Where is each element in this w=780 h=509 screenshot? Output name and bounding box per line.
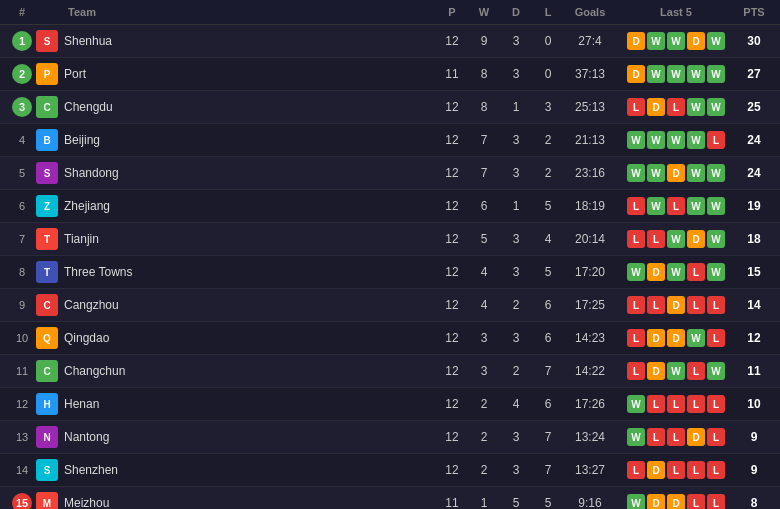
team-cell: N Nantong bbox=[36, 426, 436, 448]
header-p: P bbox=[436, 6, 468, 18]
stat-w: 2 bbox=[468, 463, 500, 477]
result-badge: W bbox=[627, 131, 645, 149]
rank-cell: 4 bbox=[8, 134, 36, 146]
stat-goals: 27:4 bbox=[564, 34, 616, 48]
result-badge: L bbox=[687, 263, 705, 281]
stat-goals: 37:13 bbox=[564, 67, 616, 81]
team-name: Three Towns bbox=[64, 265, 436, 279]
last5-cell: LLWDW bbox=[616, 230, 736, 248]
result-badge: D bbox=[647, 461, 665, 479]
stat-d: 3 bbox=[500, 133, 532, 147]
result-badge: W bbox=[707, 164, 725, 182]
rank-cell: 7 bbox=[8, 233, 36, 245]
stat-pts: 24 bbox=[736, 133, 772, 147]
table-row: 9 C Cangzhou 12 4 2 6 17:25 LLDLL 14 bbox=[0, 289, 780, 322]
result-badge: L bbox=[627, 461, 645, 479]
result-badge: L bbox=[627, 197, 645, 215]
last5-cell: LDDWL bbox=[616, 329, 736, 347]
last5-cell: LDLWW bbox=[616, 98, 736, 116]
stat-goals: 21:13 bbox=[564, 133, 616, 147]
result-badge: L bbox=[707, 329, 725, 347]
table-row: 8 T Three Towns 12 4 3 5 17:20 WDWLW 15 bbox=[0, 256, 780, 289]
rank-cell: 9 bbox=[8, 299, 36, 311]
last5-cell: LDWLW bbox=[616, 362, 736, 380]
team-cell: M Meizhou bbox=[36, 492, 436, 509]
result-badge: L bbox=[627, 296, 645, 314]
rank-badge: 8 bbox=[12, 266, 32, 278]
last5-cell: LDLLL bbox=[616, 461, 736, 479]
stat-w: 9 bbox=[468, 34, 500, 48]
team-name: Qingdao bbox=[64, 331, 436, 345]
result-badge: W bbox=[667, 65, 685, 83]
result-badge: W bbox=[707, 98, 725, 116]
stat-goals: 14:22 bbox=[564, 364, 616, 378]
rank-badge: 10 bbox=[12, 332, 32, 344]
stat-d: 3 bbox=[500, 166, 532, 180]
rank-badge: 5 bbox=[12, 167, 32, 179]
team-cell: C Cangzhou bbox=[36, 294, 436, 316]
league-table: # Team P W D L Goals Last 5 PTS 1 S Shen… bbox=[0, 0, 780, 509]
result-badge: D bbox=[687, 230, 705, 248]
rank-badge: 7 bbox=[12, 233, 32, 245]
result-badge: W bbox=[627, 428, 645, 446]
last5-cell: WDDLL bbox=[616, 494, 736, 509]
team-name: Shandong bbox=[64, 166, 436, 180]
stat-p: 12 bbox=[436, 397, 468, 411]
stat-l: 7 bbox=[532, 364, 564, 378]
last5-cell: DWWDW bbox=[616, 32, 736, 50]
stat-w: 2 bbox=[468, 430, 500, 444]
team-name: Cangzhou bbox=[64, 298, 436, 312]
result-badge: L bbox=[707, 461, 725, 479]
team-name: Beijing bbox=[64, 133, 436, 147]
stat-w: 7 bbox=[468, 166, 500, 180]
team-icon: T bbox=[36, 261, 58, 283]
rank-badge: 13 bbox=[12, 431, 32, 443]
result-badge: W bbox=[707, 230, 725, 248]
header-pts: PTS bbox=[736, 6, 772, 18]
team-cell: Q Qingdao bbox=[36, 327, 436, 349]
result-badge: W bbox=[627, 395, 645, 413]
rank-cell: 10 bbox=[8, 332, 36, 344]
rank-cell: 13 bbox=[8, 431, 36, 443]
result-badge: L bbox=[707, 131, 725, 149]
stat-pts: 12 bbox=[736, 331, 772, 345]
stat-goals: 17:20 bbox=[564, 265, 616, 279]
header-l: L bbox=[532, 6, 564, 18]
result-badge: L bbox=[627, 98, 645, 116]
stat-d: 3 bbox=[500, 232, 532, 246]
stat-p: 12 bbox=[436, 199, 468, 213]
team-cell: S Shenhua bbox=[36, 30, 436, 52]
stat-pts: 19 bbox=[736, 199, 772, 213]
team-icon: C bbox=[36, 294, 58, 316]
stat-w: 5 bbox=[468, 232, 500, 246]
result-badge: L bbox=[687, 494, 705, 509]
stat-l: 6 bbox=[532, 298, 564, 312]
stat-w: 1 bbox=[468, 496, 500, 509]
result-badge: W bbox=[707, 197, 725, 215]
stat-l: 2 bbox=[532, 133, 564, 147]
team-icon: H bbox=[36, 393, 58, 415]
result-badge: D bbox=[647, 98, 665, 116]
team-icon: B bbox=[36, 129, 58, 151]
table-row: 3 C Chengdu 12 8 1 3 25:13 LDLWW 25 bbox=[0, 91, 780, 124]
table-row: 6 Z Zhejiang 12 6 1 5 18:19 LWLWW 19 bbox=[0, 190, 780, 223]
team-name: Henan bbox=[64, 397, 436, 411]
rank-cell: 11 bbox=[8, 365, 36, 377]
team-name: Shenzhen bbox=[64, 463, 436, 477]
stat-p: 12 bbox=[436, 298, 468, 312]
table-row: 11 C Changchun 12 3 2 7 14:22 LDWLW 11 bbox=[0, 355, 780, 388]
rank-cell: 3 bbox=[8, 97, 36, 117]
stat-pts: 8 bbox=[736, 496, 772, 509]
result-badge: W bbox=[707, 362, 725, 380]
result-badge: W bbox=[647, 197, 665, 215]
rank-cell: 2 bbox=[8, 64, 36, 84]
stat-pts: 9 bbox=[736, 430, 772, 444]
rank-cell: 15 bbox=[8, 493, 36, 509]
result-badge: D bbox=[687, 428, 705, 446]
stat-pts: 18 bbox=[736, 232, 772, 246]
result-badge: L bbox=[687, 461, 705, 479]
stat-l: 0 bbox=[532, 34, 564, 48]
stat-d: 2 bbox=[500, 364, 532, 378]
header-team: Team bbox=[36, 6, 436, 18]
stat-p: 12 bbox=[436, 232, 468, 246]
